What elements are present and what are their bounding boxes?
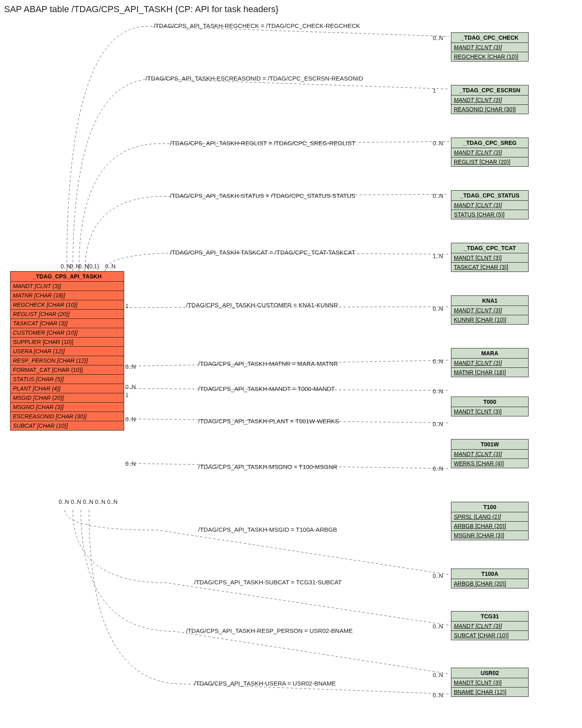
relation-label: /TDAG/CPS_API_TASKH-USERA = USR02-BNAME (194, 680, 336, 687)
target-table-box: MARAMANDT [CLNT (3)]MATNR [CHAR (18)] (451, 348, 529, 377)
cardinality-label: 0..N (433, 358, 443, 365)
target-table-box: _TDAG_CPC_SREGMANDT [CLNT (3)]REGLIST [C… (451, 138, 529, 167)
cardinality-label: 0..N (107, 499, 118, 505)
target-field-row: SPRSL [LANG (1)] (451, 512, 528, 522)
cardinality-label: 0..N (125, 384, 136, 390)
target-table-box: T001WMANDT [CLNT (3)]WERKS [CHAR (4)] (451, 439, 529, 468)
relation-label: /TDAG/CPS_API_TASKH-MSGNO = T100-MSGNR (198, 463, 337, 470)
target-table-box: KNA1MANDT [CLNT (3)]KUNNR [CHAR (10)] (451, 295, 529, 325)
target-field-row: TASKCAT [CHAR (3)] (451, 263, 528, 272)
target-field-row: MANDT [CLNT (3)] (451, 678, 528, 688)
main-table-box: _TDAG_CPS_API_TASKH MANDT [CLNT (3)]MATN… (10, 271, 124, 431)
main-field-row: TASKCAT [CHAR (3)] (11, 319, 124, 328)
target-table-header: _TDAG_CPC_TCAT (451, 243, 528, 253)
relation-label: /TDAG/CPS_API_TASKH-STATUS = /TDAG/CPC_S… (170, 192, 356, 199)
target-field-row: MATNR [CHAR (18)] (451, 368, 528, 377)
main-field-row: CUSTOMER [CHAR (10)] (11, 328, 124, 337)
cardinality-label: {0,1} (87, 263, 99, 270)
target-field-row: ARBGB [CHAR (20)] (451, 522, 528, 531)
main-field-row: MATNR [CHAR (18)] (11, 291, 124, 300)
cardinality-label: 0..N (433, 140, 443, 146)
main-field-row: RESP_PERSON [CHAR (12)] (11, 356, 124, 365)
cardinality-label: 0..N (433, 421, 443, 427)
cardinality-label: 0..N (433, 623, 443, 630)
relation-label: /TDAG/CPS_API_TASKH-ESCREASONID = /TDAG/… (146, 75, 363, 82)
target-field-row: MANDT [CLNT (3)] (451, 253, 528, 263)
target-field-row: REGLIST [CHAR (20)] (451, 157, 528, 166)
main-field-row: SUBCAT [CHAR (10)] (11, 421, 124, 430)
relation-label: /TDAG/CPS_API_TASKH-SUBCAT = TCG31-SUBCA… (194, 579, 342, 586)
target-table-box: USR02MANDT [CLNT (3)]BNAME [CHAR (12)] (451, 668, 529, 697)
relation-label: /TDAG/CPS_API_TASKH-RESP_PERSON = USR02-… (186, 627, 353, 634)
relation-label: /TDAG/CPS_API_TASKH-CUSTOMER = KNA1-KUNN… (186, 301, 338, 308)
target-field-row: STATUS [CHAR (5)] (451, 210, 528, 219)
cardinality-label: 1..N (433, 253, 443, 259)
relation-label: /TDAG/CPS_API_TASKH-REGLIST = /TDAG/CPC_… (170, 140, 355, 146)
main-table-header: _TDAG_CPS_API_TASKH (11, 272, 124, 282)
relation-label: /TDAG/CPS_API_TASKH-PLANT = T001W-WERKS (198, 418, 339, 424)
target-field-row: MANDT [CLNT (3)] (451, 201, 528, 210)
target-field-row: MANDT [CLNT (3)] (451, 43, 528, 52)
target-table-header: _TDAG_CPC_SREG (451, 138, 528, 148)
target-table-header: TCG31 (451, 611, 528, 622)
target-field-row: KUNNR [CHAR (10)] (451, 315, 528, 324)
er-diagram-canvas: SAP ABAP table /TDAG/CPS_API_TASKH {CP: … (4, 4, 578, 724)
target-field-row: BNAME [CHAR (12)] (451, 688, 528, 696)
relation-label: /TDAG/CPS_API_TASKH-TASKCAT = /TDAG/CPC_… (170, 249, 356, 256)
cardinality-label: 0..N (125, 461, 136, 467)
target-field-row: MANDT [CLNT (3)] (451, 96, 528, 105)
target-field-row: MANDT [CLNT (3)] (451, 450, 528, 459)
target-table-header: MARA (451, 348, 528, 359)
target-table-box: T100SPRSL [LANG (1)]ARBGB [CHAR (20)]MSG… (451, 502, 529, 540)
target-field-row: REGCHECK [CHAR (10)] (451, 52, 528, 61)
main-field-row: MSGID [CHAR (20)] (11, 393, 124, 403)
target-field-row: ARBGB [CHAR (20)] (451, 579, 528, 588)
cardinality-label: 0..N (433, 193, 443, 199)
target-table-box: _TDAG_CPC_STATUSMANDT [CLNT (3)]STATUS [… (451, 190, 529, 219)
cardinality-label: 0..N (433, 35, 443, 41)
cardinality-label: 0..N (433, 465, 443, 472)
target-field-row: MANDT [CLNT (3)] (451, 622, 528, 631)
page-title: SAP ABAP table /TDAG/CPS_API_TASKH {CP: … (4, 4, 279, 15)
target-field-row: SUBCAT [CHAR (10)] (451, 631, 528, 640)
target-table-header: T000 (451, 397, 528, 407)
cardinality-label: 1 (125, 303, 129, 309)
target-field-row: MANDT [CLNT (3)] (451, 407, 528, 416)
cardinality-label: 0..N (433, 306, 443, 312)
main-field-row: REGCHECK [CHAR (10)] (11, 300, 124, 310)
target-table-header: T100 (451, 502, 528, 512)
target-table-header: T001W (451, 439, 528, 450)
target-table-box: T100AARBGB [CHAR (20)] (451, 569, 529, 588)
cardinality-label: 0..N (59, 499, 69, 505)
main-field-row: REGLIST [CHAR (20)] (11, 310, 124, 319)
cardinality-label: 0..N (433, 692, 443, 698)
target-table-box: _TDAG_CPC_TCATMANDT [CLNT (3)]TASKCAT [C… (451, 243, 529, 272)
cardinality-label: 0..N (433, 672, 443, 678)
relation-label: /TDAG/CPS_API_TASKH-REGCHECK = /TDAG/CPC… (154, 22, 360, 29)
main-field-row: ESCREASONID [CHAR (30)] (11, 412, 124, 421)
main-field-row: STATUS [CHAR (5)] (11, 375, 124, 384)
target-field-row: REASONID [CHAR (30)] (451, 105, 528, 114)
target-table-box: T000MANDT [CLNT (3)] (451, 397, 529, 416)
cardinality-label: 0..N (83, 499, 93, 505)
cardinality-label: 0..N (71, 499, 81, 505)
cardinality-label: 0..N (433, 388, 443, 395)
target-table-header: T100A (451, 569, 528, 579)
main-field-row: SUPPLIER [CHAR (10)] (11, 337, 124, 347)
cardinality-label: 0..N (125, 416, 136, 422)
main-field-row: USERA [CHAR (12)] (11, 347, 124, 356)
relation-label: /TDAG/CPS_API_TASKH-MATNR = MARA-MATNR (198, 360, 338, 367)
cardinality-label: 0..N (125, 363, 136, 370)
main-field-row: FORMAT_CAT [CHAR (10)] (11, 365, 124, 375)
target-table-box: TCG31MANDT [CLNT (3)]SUBCAT [CHAR (10)] (451, 611, 529, 640)
cardinality-label: 0..N (95, 499, 106, 505)
target-table-header: _TDAG_CPC_ESCRSN (451, 85, 528, 96)
main-field-row: PLANT [CHAR (4)] (11, 384, 124, 393)
relation-label: /TDAG/CPS_API_TASKH-MSGID = T100A-ARBGB (198, 526, 337, 533)
target-field-row: MANDT [CLNT (3)] (451, 306, 528, 315)
main-field-row: MSGNO [CHAR (3)] (11, 403, 124, 412)
target-field-row: WERKS [CHAR (4)] (451, 459, 528, 468)
target-table-header: KNA1 (451, 296, 528, 306)
target-table-box: _TDAG_CPC_CHECKMANDT [CLNT (3)]REGCHECK … (451, 32, 529, 62)
target-table-header: USR02 (451, 668, 528, 678)
